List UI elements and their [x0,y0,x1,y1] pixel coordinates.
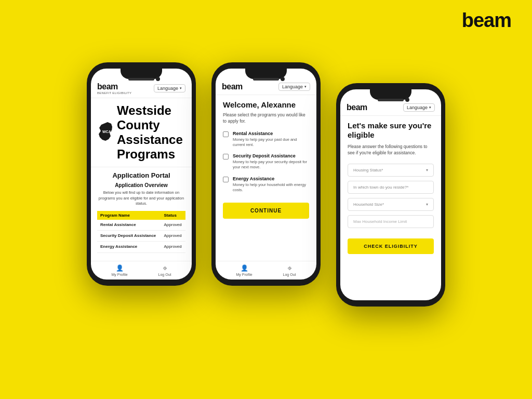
household-size-field[interactable]: Household Size* ▾ [348,198,434,211]
program-name-3: Energy Assistance [97,242,161,252]
table-row: Security Deposit Assistance Approved [97,230,185,241]
income-limit-placeholder: Max Household Income Limit [353,219,407,224]
phone-1-overview-desc: Below you will find up to date informati… [97,190,185,207]
phone-1-programs-table: Program Name Status Rental Assistance Ap… [97,211,185,253]
table-col-program: Program Name [97,211,161,220]
check-eligibility-button[interactable]: CHECK ELIGIBILITY [348,238,434,254]
profile-icon-2: 👤 [241,264,248,272]
phone-3-subtitle: Please answer the following questions to… [348,144,434,156]
program-name-security: Security Deposit Assistance [233,153,309,158]
program-checkbox-1[interactable] [223,131,229,137]
phone-1-speaker [128,78,154,81]
table-row: Rental Assistance Approved [97,220,185,231]
program-status-2: Approved [161,230,186,241]
phone-3-chevron-icon: ▾ [429,105,431,110]
household-size-chevron-icon: ▾ [426,202,428,207]
brand-logo: beam [462,9,511,32]
program-desc-security: Money to help pay your security deposit … [233,159,309,170]
phone-3-main: Let's make sure you're eligible Please a… [340,116,441,300]
phone-1-camera [156,77,160,81]
program-item-2: Security Deposit Assistance Money to hel… [223,153,309,170]
table-row: Energy Assistance Approved [97,242,185,252]
phone-3: beam Language ▾ Let's make sure you're e… [336,83,445,307]
phone-2: beam Language ▾ Welcome, Alexanne Please… [211,62,321,286]
phone-1-screen: beam BENEFIT ELIGIBILITY Language ▾ WCAP [91,69,192,280]
program-desc-rental: Money to help pay your past due and curr… [233,137,309,148]
phone-1-hero-text: Westside County Assistance Programs [117,103,185,162]
phone-1-logo-text: beam [97,82,118,91]
phone-1-overview-title: Application Overview [97,182,185,188]
phone-2-language-button[interactable]: Language ▾ [278,83,310,91]
phone-1-hero: WCAP Westside County Assistance Programs [91,98,192,167]
program-desc-energy: Money to help your household with energy… [233,182,309,193]
phone-1-portal-title: Application Portal [97,171,185,179]
program-checkbox-3[interactable] [223,177,229,182]
phone-2-subtitle: Please select the programs you would lik… [223,112,309,125]
phone-2-language-label: Language [282,84,303,89]
continue-button[interactable]: CONTINUE [223,203,309,219]
phone-3-content: beam Language ▾ Let's make sure you're e… [340,89,441,300]
phone-3-camera [405,98,409,102]
phone-2-logout-nav[interactable]: ⎆ Log Out [283,264,296,276]
phone-1-logout-nav[interactable]: ⎆ Log Out [158,264,171,276]
program-checkbox-2[interactable] [223,154,229,159]
phones-container: beam BENEFIT ELIGIBILITY Language ▾ WCAP [87,42,445,307]
phone-1-logo-sub: BENEFIT ELIGIBILITY [97,91,131,95]
phone-3-notch [370,89,411,100]
phone-3-language-button[interactable]: Language ▾ [403,103,435,112]
phone-2-chevron-icon: ▾ [304,85,307,89]
program-item-1: Rental Assistance Money to help pay your… [223,131,309,148]
phone-2-camera [281,77,285,81]
housing-status-label: Housing Status* [353,168,383,172]
household-size-label: Household Size* [353,202,384,207]
phone-1-content: beam BENEFIT ELIGIBILITY Language ▾ WCAP [91,69,192,280]
town-label: In which town do you reside?* [353,185,408,190]
phone-3-language-label: Language [407,105,428,110]
phone-3-logo-text: beam [347,103,367,112]
program-name-2: Security Deposit Assistance [97,230,161,241]
phone-2-notch [245,69,287,79]
phone-1-header: beam BENEFIT ELIGIBILITY Language ▾ [91,78,192,98]
phone-1-footer: 👤 My Profile ⎆ Log Out [91,261,192,280]
income-limit-field[interactable]: Max Household Income Limit [348,215,434,228]
program-info-1: Rental Assistance Money to help pay your… [233,131,309,148]
phone-1-chevron-icon: ▾ [180,86,182,90]
phone-3-screen: beam Language ▾ Let's make sure you're e… [340,89,441,300]
program-name-energy: Energy Assistance [233,176,309,181]
phone-1-main: Application Portal Application Overview … [91,167,192,261]
california-icon: WCAP [97,122,113,143]
logout-label: Log Out [158,273,171,276]
program-name-1: Rental Assistance [97,220,161,231]
logout-icon-2: ⎆ [288,264,291,272]
phone-1-org-name: Westside County Assistance Programs [117,103,185,162]
program-info-3: Energy Assistance Money to help your hou… [233,176,309,193]
phone-2-main: Welcome, Alexanne Please select the prog… [216,95,316,261]
phone-1-logo: beam BENEFIT ELIGIBILITY [97,82,131,95]
phone-1-profile-nav[interactable]: 👤 My Profile [111,264,127,276]
phone-2-welcome-title: Welcome, Alexanne [223,100,309,109]
phone-3-eligibility-title: Let's make sure you're eligible [348,121,434,140]
table-col-status: Status [161,211,186,220]
phone-1-language-label: Language [157,86,178,91]
phone-1: beam BENEFIT ELIGIBILITY Language ▾ WCAP [87,62,196,286]
profile-icon: 👤 [116,264,124,272]
logout-label-2: Log Out [283,273,296,276]
phone-1-notch [121,69,162,79]
housing-status-field[interactable]: Housing Status* ▾ [348,164,434,177]
program-item-3: Energy Assistance Money to help your hou… [223,176,309,193]
town-field[interactable]: In which town do you reside?* [348,181,434,194]
program-info-2: Security Deposit Assistance Money to hel… [233,153,309,170]
phone-1-language-button[interactable]: Language ▾ [154,84,185,92]
profile-label: My Profile [111,273,127,276]
housing-status-chevron-icon: ▾ [426,168,428,172]
phone-2-footer: 👤 My Profile ⎆ Log Out [216,261,316,280]
phone-2-profile-nav[interactable]: 👤 My Profile [236,264,252,276]
profile-label-2: My Profile [236,273,252,276]
phone-3-speaker [378,99,404,101]
svg-text:WCAP: WCAP [102,130,113,134]
program-status-3: Approved [161,242,186,252]
phone-2-screen: beam Language ▾ Welcome, Alexanne Please… [216,69,316,280]
program-status-1: Approved [161,220,186,231]
phone-2-speaker [253,78,279,81]
phone-2-logo-text: beam [222,82,243,91]
